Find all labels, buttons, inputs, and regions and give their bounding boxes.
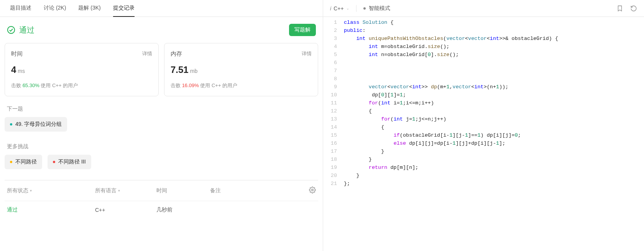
- memory-title: 内存: [171, 50, 182, 58]
- time-metric-card: 时间 详情 4ms 击败 65.30% 使用 C++ 的用户: [5, 43, 159, 96]
- code-editor[interactable]: 123456789101112131415161718192021 class …: [323, 17, 644, 251]
- svg-point-0: [8, 26, 15, 33]
- more-section-title: 更多挑战: [7, 143, 318, 150]
- difficulty-dot-icon: [53, 161, 55, 163]
- challenge-link-1[interactable]: 不同路径: [5, 155, 42, 169]
- problem-tabs: 题目描述 讨论 (2K) 题解 (3K) 提交记录: [0, 0, 323, 17]
- bookmark-icon[interactable]: [616, 5, 623, 12]
- time-title: 时间: [11, 50, 23, 58]
- svg-point-1: [312, 189, 314, 191]
- chevron-down-icon: ▾: [30, 188, 32, 193]
- time-details-link[interactable]: 详情: [142, 50, 152, 58]
- tab-description[interactable]: 题目描述: [4, 0, 38, 17]
- submission-row[interactable]: 通过 C++ 几秒前: [5, 201, 318, 219]
- line-gutter: 123456789101112131415161718192021: [323, 18, 344, 251]
- italic-i-icon: i: [330, 5, 331, 12]
- row-status: 通过: [7, 206, 95, 213]
- time-unit: ms: [18, 68, 25, 74]
- difficulty-dot-icon: [10, 123, 12, 126]
- filter-status-dropdown[interactable]: 所有状态▾: [7, 187, 95, 194]
- tab-submissions[interactable]: 提交记录: [107, 0, 141, 17]
- language-label: C++: [334, 5, 343, 12]
- code-content: class Solution { public: int uniquePaths…: [344, 18, 644, 251]
- chevron-down-icon: ⌄: [346, 6, 349, 10]
- memory-metric-card: 内存 详情 7.51mb 击败 16.09% 使用 C++ 的用户: [164, 43, 318, 96]
- challenge-link-2[interactable]: 不同路径 III: [48, 155, 91, 169]
- next-section-title: 下一题: [7, 106, 318, 112]
- time-beats-percent: 65.30%: [23, 83, 39, 88]
- language-selector[interactable]: i C++ ⌄: [330, 5, 349, 12]
- column-time-header: 时间: [156, 187, 210, 194]
- tab-solutions[interactable]: 题解 (3K): [72, 0, 107, 17]
- time-value: 4: [11, 64, 16, 75]
- reset-icon[interactable]: [630, 5, 637, 12]
- row-time: 几秒前: [156, 206, 210, 213]
- check-circle-icon: [7, 26, 15, 34]
- memory-unit: mb: [190, 68, 197, 74]
- write-solution-button[interactable]: 写题解: [289, 24, 316, 36]
- status-text: 通过: [19, 25, 34, 35]
- tab-discussion[interactable]: 讨论 (2K): [38, 0, 72, 17]
- dot-icon: [363, 7, 366, 10]
- memory-value: 7.51: [171, 64, 189, 75]
- table-settings-button[interactable]: [304, 187, 316, 195]
- memory-details-link[interactable]: 详情: [302, 50, 312, 58]
- difficulty-dot-icon: [10, 161, 12, 163]
- smart-mode-label: 智能模式: [369, 5, 390, 12]
- filter-language-dropdown[interactable]: 所有语言▾: [95, 187, 156, 194]
- chevron-down-icon: ▾: [118, 188, 120, 193]
- gear-icon: [309, 187, 316, 193]
- row-language: C++: [95, 207, 156, 213]
- column-note-header: 备注: [210, 187, 304, 194]
- next-problem-link[interactable]: 49. 字母异位词分组: [5, 117, 67, 132]
- next-problem-label: 49. 字母异位词分组: [15, 121, 62, 128]
- memory-beats-percent: 16.09%: [182, 83, 199, 88]
